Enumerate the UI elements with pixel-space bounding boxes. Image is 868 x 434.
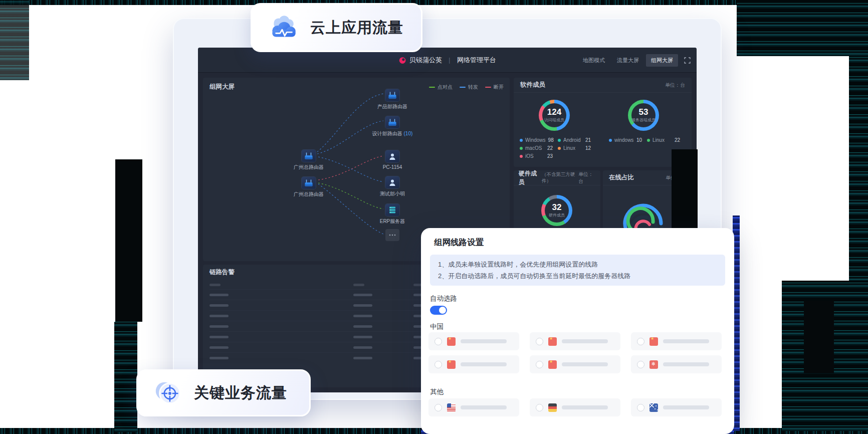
section-china-label: 中国 — [430, 322, 444, 331]
route-name-placeholder — [562, 362, 608, 366]
glitch-noise — [737, 0, 868, 56]
radio-button[interactable] — [435, 361, 442, 368]
software-members-title: 软件成员 — [520, 81, 545, 89]
flag-cn-icon — [447, 337, 456, 346]
node-label: 设计部路由器 (10) — [355, 130, 430, 137]
route-option[interactable] — [428, 398, 519, 416]
flag-cn-icon — [649, 337, 658, 346]
access-members-label: 访问端成员 — [544, 117, 564, 123]
ellipsis-icon — [389, 234, 396, 236]
unit-label: 单位：台 — [666, 174, 686, 181]
router-icon — [304, 152, 313, 160]
network-route-settings-panel: 组网线路设置 1、成员未单独设置线路时，会优先使用组网设置的线路 2、开启自动选… — [421, 228, 734, 434]
link-alarm-title: 链路告警 — [209, 268, 235, 277]
node-more[interactable] — [385, 229, 399, 241]
route-name-placeholder — [663, 405, 709, 409]
route-option[interactable] — [428, 332, 519, 350]
flag-de-icon — [548, 403, 557, 412]
hardware-members-title: 硬件成员 — [519, 169, 539, 186]
legend-item: Windows98 — [520, 137, 558, 143]
radio-button[interactable] — [536, 404, 543, 411]
glitch-noise — [849, 56, 868, 282]
section-other-label: 其他 — [430, 387, 444, 396]
node-gz-router-1[interactable] — [302, 150, 316, 162]
online-ratio-title: 在线占比 — [609, 173, 634, 182]
radio-button[interactable] — [637, 361, 644, 368]
note-line-2: 2、开启自动选路后，成员可自动切换至当前延时最低的服务器线路 — [438, 271, 717, 281]
node-gz-router-2[interactable] — [302, 177, 316, 189]
auto-route-toggle[interactable] — [430, 306, 447, 315]
route-name-placeholder — [461, 362, 507, 366]
legend-item: Android21 — [558, 137, 596, 143]
fullscreen-button[interactable] — [684, 57, 691, 64]
server-members-value: 53 — [639, 108, 648, 116]
person-icon — [388, 178, 397, 186]
settings-notes: 1、成员未单独设置线路时，会优先使用组网设置的线路 2、开启自动选路后，成员可自… — [430, 255, 725, 286]
glitch-noise — [782, 281, 868, 431]
legend-item: macOS22 — [520, 145, 558, 151]
note-line-1: 1、成员未单独设置线路时，会优先使用组网设置的线路 — [438, 260, 717, 269]
route-option[interactable] — [631, 398, 722, 416]
node-design-router[interactable] — [385, 116, 399, 128]
legend-item: windows10 — [609, 137, 647, 143]
route-option[interactable] — [530, 398, 620, 416]
nav-network-screen[interactable]: 组网大屏 — [646, 54, 678, 67]
radio-button[interactable] — [435, 338, 442, 345]
person-icon — [388, 152, 397, 160]
route-name-placeholder — [663, 362, 709, 366]
flag-cn-icon — [548, 360, 557, 369]
server-icon — [388, 206, 397, 214]
route-name-placeholder — [461, 405, 507, 409]
marketing-screenshot: 贝锐蒲公英 ｜ 网络管理平台 地图模式 流量大屏 组网大屏 组网大屏 — [0, 0, 868, 434]
glitch-noise — [114, 322, 137, 432]
server-members-legend: windows10 Linux22 — [609, 137, 685, 143]
radio-button[interactable] — [637, 404, 644, 411]
glitch-noise — [0, 0, 29, 80]
brand-logo-icon — [398, 57, 406, 64]
node-product-router[interactable] — [385, 89, 399, 101]
business-traffic-badge: 关键业务流量 — [136, 369, 311, 416]
legend-item: Linux12 — [558, 145, 596, 151]
nav-traffic-screen[interactable]: 流量大屏 — [612, 54, 644, 67]
cloud-traffic-badge: 云上应用流量 — [251, 3, 422, 52]
flag-cn-icon — [548, 337, 557, 346]
node-pc-1154[interactable] — [385, 150, 399, 162]
radio-button[interactable] — [536, 338, 543, 345]
glitch-noise — [0, 0, 868, 5]
route-option[interactable] — [530, 355, 620, 373]
auto-route-label: 自动选路 — [430, 294, 457, 303]
flag-us-icon — [447, 403, 456, 412]
node-test-member[interactable] — [385, 176, 399, 188]
flag-au-icon — [649, 403, 658, 412]
radio-button[interactable] — [435, 404, 442, 411]
route-option[interactable] — [530, 332, 620, 350]
node-label: 测试部小明 — [355, 190, 430, 197]
radio-button[interactable] — [536, 361, 543, 368]
settings-title: 组网线路设置 — [434, 237, 484, 248]
nav-map-mode[interactable]: 地图模式 — [578, 54, 610, 67]
route-option[interactable] — [428, 355, 519, 373]
server-members-donut: 53 服务器端成员 — [628, 100, 659, 131]
brand-name: 贝锐蒲公英 — [409, 56, 442, 65]
legend-item: iOS23 — [520, 153, 558, 159]
unit-label: 单位：台 — [665, 82, 685, 89]
node-label: 广州总路由器 — [271, 191, 346, 198]
route-name-placeholder — [663, 339, 709, 343]
node-label: 广州总路由器 — [271, 164, 346, 171]
router-icon — [304, 179, 313, 187]
router-icon — [388, 91, 397, 99]
glitch-noise — [804, 301, 834, 373]
hardware-members-subtitle: （不含第三方硬件） — [542, 171, 578, 184]
route-option[interactable] — [631, 355, 722, 373]
hardware-members-donut: 32 硬件成员 — [541, 195, 572, 226]
radio-button[interactable] — [637, 338, 644, 345]
route-name-placeholder — [461, 339, 507, 343]
access-members-donut: 124 访问端成员 — [539, 100, 570, 131]
hardware-members-value: 32 — [552, 203, 562, 211]
route-name-placeholder — [562, 405, 608, 409]
business-traffic-label: 关键业务流量 — [194, 383, 287, 403]
fullscreen-icon — [684, 57, 691, 64]
route-option[interactable] — [631, 332, 722, 350]
node-erp-server[interactable] — [385, 204, 399, 216]
cloud-traffic-label: 云上应用流量 — [310, 18, 403, 38]
